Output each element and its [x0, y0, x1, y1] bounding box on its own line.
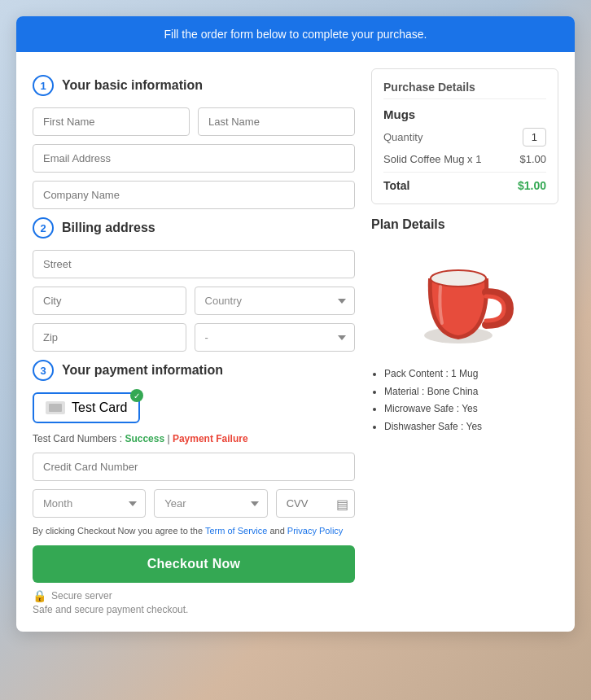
price-row: Solid Coffee Mug x 1 $1.00: [383, 153, 546, 173]
first-name-input[interactable]: [33, 107, 190, 136]
privacy-policy-link[interactable]: Privacy Policy: [287, 526, 343, 536]
year-select[interactable]: Year 2024 2025 2026 2027: [154, 489, 267, 518]
test-card-numbers-row: Test Card Numbers : Success | Payment Fa…: [33, 433, 355, 444]
section-2-num: 2: [33, 217, 54, 238]
section-billing-title: 2 Billing address: [33, 217, 355, 238]
separator: |: [167, 433, 169, 444]
region-select[interactable]: -: [195, 323, 355, 352]
quantity-value: 1: [523, 128, 546, 147]
zip-input[interactable]: [33, 323, 186, 352]
total-label: Total: [383, 179, 409, 192]
left-column: 1 Your basic information 2 Billing addre…: [33, 68, 355, 615]
street-input[interactable]: [33, 250, 355, 278]
lock-icon: 🔒: [33, 589, 46, 602]
safe-label: Safe and secure payment checkout.: [33, 604, 355, 615]
checkout-button[interactable]: Checkout Now: [33, 545, 355, 583]
city-input[interactable]: [33, 287, 186, 315]
check-badge: ✓: [130, 389, 143, 402]
section-1-num: 1: [33, 75, 54, 96]
month-select[interactable]: Month 01 02 03 04 05 06 07 08 09 10 11 1…: [33, 489, 146, 518]
total-row: Total $1.00: [383, 179, 546, 192]
plan-detail-item: Dishwasher Safe : Yes: [384, 418, 558, 436]
section-basic-label: Your basic information: [62, 78, 203, 93]
terms-and: and: [267, 526, 287, 536]
failure-link[interactable]: Payment Failure: [173, 433, 248, 444]
product-name: Mugs: [383, 107, 546, 121]
test-card-label-text: Test Card Numbers :: [33, 433, 122, 444]
card-icon: [46, 401, 65, 414]
banner-bar: Fill the order form below to complete yo…: [16, 16, 575, 52]
secure-row: 🔒 Secure server: [33, 589, 355, 602]
plan-title: Plan Details: [371, 217, 558, 232]
plan-details-list: Pack Content : 1 MugMaterial : Bone Chin…: [371, 365, 558, 435]
test-card-option[interactable]: Test Card ✓: [33, 392, 140, 423]
plan-detail-item: Microwave Safe : Yes: [384, 400, 558, 418]
test-card-label: Test Card: [72, 400, 127, 415]
terms-text: By clicking Checkout Now you agree to th…: [33, 526, 355, 536]
cc-number-input[interactable]: [33, 453, 355, 481]
country-select[interactable]: Country: [195, 287, 355, 315]
section-billing-label: Billing address: [62, 221, 155, 235]
section-payment-title: 3 Your payment information: [33, 360, 355, 381]
item-price: $1.00: [519, 153, 546, 165]
email-input[interactable]: [33, 144, 355, 173]
section-payment-label: Your payment information: [62, 363, 223, 378]
cvv-wrap: ▤: [276, 489, 355, 518]
cvv-icon: ▤: [336, 496, 348, 511]
purchase-details-box: Purchase Details Mugs Quantity 1 Solid C…: [371, 68, 558, 204]
right-column: Purchase Details Mugs Quantity 1 Solid C…: [371, 68, 558, 615]
plan-detail-item: Pack Content : 1 Mug: [384, 365, 558, 383]
purchase-details-title: Purchase Details: [383, 81, 546, 99]
banner-text: Fill the order form below to complete yo…: [164, 28, 427, 41]
main-card: Fill the order form below to complete yo…: [16, 16, 575, 632]
section-basic-title: 1 Your basic information: [33, 75, 355, 96]
quantity-label: Quantity: [383, 131, 422, 143]
quantity-row: Quantity 1: [383, 128, 546, 147]
company-input[interactable]: [33, 181, 355, 209]
section-3-num: 3: [33, 360, 54, 381]
terms-before: By clicking Checkout Now you agree to th…: [33, 526, 205, 536]
mug-svg: [408, 242, 522, 356]
mug-image: [371, 242, 558, 356]
total-price: $1.00: [518, 179, 546, 192]
item-label: Solid Coffee Mug x 1: [383, 153, 481, 165]
terms-of-service-link[interactable]: Term of Service: [205, 526, 267, 536]
success-link[interactable]: Success: [125, 433, 164, 444]
last-name-input[interactable]: [198, 107, 355, 136]
plan-detail-item: Material : Bone China: [384, 383, 558, 401]
secure-label: Secure server: [51, 590, 112, 602]
